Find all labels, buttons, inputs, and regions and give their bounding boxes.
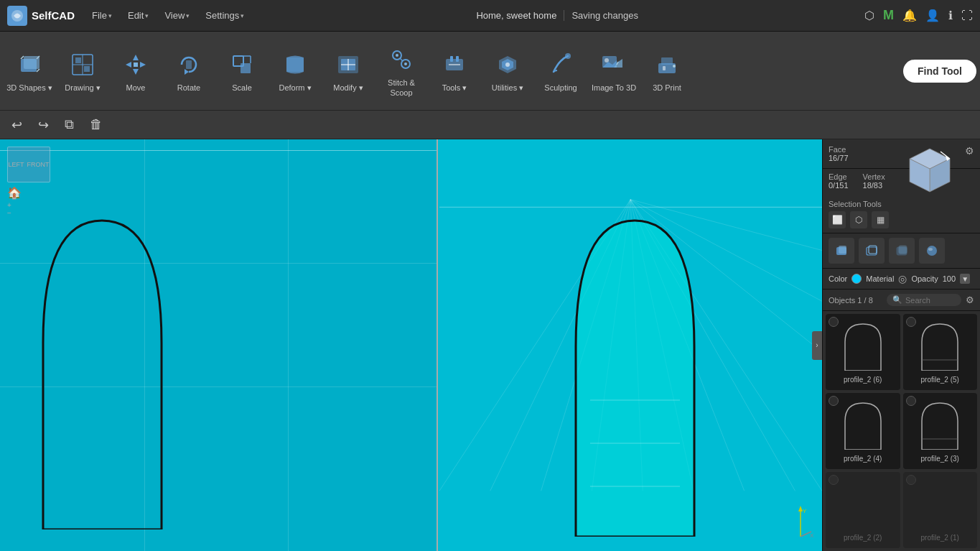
- svg-rect-84: [834, 399, 892, 450]
- color-picker[interactable]: [851, 274, 862, 284]
- menu-edit[interactable]: Edit ▾: [122, 7, 154, 24]
- vertex-value: 18/83: [863, 181, 885, 190]
- tool-move[interactable]: Move: [110, 39, 162, 103]
- object-select-6[interactable]: [906, 475, 916, 485]
- object-thumbnail-3[interactable]: profile_2 (4): [826, 393, 900, 469]
- svg-rect-74: [839, 246, 846, 254]
- shaded-mode-button[interactable]: [919, 238, 945, 264]
- object-select-1[interactable]: [829, 317, 839, 327]
- svg-rect-88: [911, 478, 969, 529]
- fullscreen-icon[interactable]: ⛶: [961, 9, 973, 22]
- select-vertex-icon[interactable]: ⬡: [850, 211, 867, 228]
- svg-point-36: [505, 62, 510, 67]
- xray-mode-button[interactable]: [889, 238, 915, 264]
- delete-button[interactable]: 🗑: [85, 114, 107, 135]
- sculpting-icon: [545, 49, 577, 80]
- svg-marker-12: [133, 69, 139, 75]
- viewport-right[interactable]: Y X: [439, 139, 822, 551]
- object-thumbnail-5[interactable]: profile_2 (2): [826, 472, 900, 548]
- share-icon[interactable]: ⬡: [864, 9, 874, 22]
- select-box-icon[interactable]: ⬜: [829, 211, 846, 228]
- tool-modify-label: Modify ▾: [333, 83, 363, 93]
- svg-rect-10: [84, 66, 90, 72]
- tool-drawing[interactable]: Drawing ▾: [57, 39, 108, 103]
- vertex-stat: Vertex 18/83: [863, 172, 885, 190]
- menu-settings[interactable]: Settings ▾: [200, 7, 250, 24]
- m-icon[interactable]: M: [883, 8, 894, 23]
- zoom-out-btn[interactable]: −: [7, 209, 22, 217]
- menu-view[interactable]: View ▾: [159, 7, 195, 24]
- object-select-3[interactable]: [829, 396, 839, 406]
- object-image-6: [908, 475, 971, 532]
- solid-mode-button[interactable]: [829, 238, 854, 264]
- view-cube[interactable]: LEFT FRONT: [7, 147, 50, 182]
- logo-text: SelfCAD: [32, 9, 75, 22]
- wireframe-mode-button[interactable]: [859, 238, 885, 264]
- object-label-2: profile_2 (5): [921, 376, 959, 384]
- object-select-5[interactable]: [829, 475, 839, 485]
- menu-file[interactable]: File ▾: [86, 7, 118, 24]
- tool-rotate[interactable]: Rotate: [163, 39, 215, 103]
- object-thumbnail-6[interactable]: profile_2 (1): [903, 472, 978, 548]
- scale-icon: [226, 49, 258, 80]
- search-box[interactable]: 🔍: [887, 294, 961, 306]
- tool-utilities[interactable]: Utilities ▾: [482, 39, 533, 103]
- duplicate-button[interactable]: ⧉: [60, 114, 78, 135]
- face-stat: Face 16/77: [829, 145, 849, 162]
- tool-3d-print[interactable]: 3D Print: [641, 39, 693, 103]
- edge-label: Edge: [829, 172, 849, 181]
- menu-settings-arrow: ▾: [241, 12, 244, 19]
- tool-deform[interactable]: Deform ▾: [269, 39, 321, 103]
- right-panel: Face 16/77 ⚙: [822, 139, 980, 551]
- drawing-icon: [67, 49, 98, 80]
- panel-collapse-button[interactable]: ›: [812, 331, 822, 360]
- search-icon: 🔍: [892, 295, 902, 305]
- tool-modify[interactable]: Modify ▾: [322, 39, 374, 103]
- object-thumbnail-4[interactable]: profile_2 (3): [903, 393, 978, 469]
- object-select-4[interactable]: [906, 396, 916, 406]
- panel-settings-icon[interactable]: ⚙: [965, 145, 974, 157]
- tool-scale[interactable]: Scale: [216, 39, 268, 103]
- svg-marker-11: [133, 55, 139, 60]
- tool-3d-shapes[interactable]: 3D Shapes ▾: [4, 39, 55, 103]
- objects-settings-icon[interactable]: ⚙: [966, 295, 974, 305]
- tool-3d-print-label: 3D Print: [653, 83, 681, 93]
- viewport[interactable]: LEFT FRONT 🏠 + −: [0, 139, 822, 551]
- selection-tools: Selection Tools ⬜ ⬡ ▦: [823, 195, 980, 233]
- select-edge-icon[interactable]: ▦: [872, 211, 889, 228]
- tool-image-to-3d[interactable]: Image To 3D: [588, 39, 640, 103]
- tool-3d-shapes-label: 3D Shapes ▾: [6, 83, 52, 93]
- object-thumbnail-1[interactable]: profile_2 (6): [826, 314, 900, 390]
- svg-rect-44: [661, 57, 673, 65]
- info-icon[interactable]: ℹ: [948, 9, 953, 22]
- object-thumbnail-2[interactable]: profile_2 (5): [903, 314, 978, 390]
- redo-button[interactable]: ↪: [34, 114, 53, 136]
- opacity-stepper[interactable]: ▼: [960, 274, 970, 284]
- undo-button[interactable]: ↩: [7, 114, 27, 136]
- svg-marker-16: [185, 69, 189, 75]
- menu-edit-arrow: ▾: [145, 12, 149, 19]
- viewport-left[interactable]: LEFT FRONT 🏠 + −: [0, 139, 438, 551]
- notification-icon[interactable]: 🔔: [902, 9, 917, 22]
- object-select-2[interactable]: [906, 317, 916, 327]
- horizon-line: [0, 150, 437, 151]
- user-icon[interactable]: 👤: [925, 9, 940, 22]
- material-icon[interactable]: ◎: [898, 273, 907, 284]
- 3d-print-icon: [651, 49, 683, 80]
- selection-icons: ⬜ ⬡ ▦: [829, 211, 974, 228]
- tool-tools[interactable]: Tools ▾: [429, 39, 480, 103]
- search-input[interactable]: [905, 296, 956, 305]
- tool-deform-label: Deform ▾: [279, 83, 311, 93]
- view-front-label: FRONT: [27, 161, 50, 168]
- home-button[interactable]: 🏠 + −: [7, 186, 22, 217]
- mesh-info: Face 16/77 ⚙: [823, 139, 980, 169]
- svg-rect-34: [456, 56, 459, 62]
- tool-sculpting[interactable]: Sculpting: [535, 39, 587, 103]
- modify-icon: [332, 49, 364, 80]
- stitch-scoop-icon: [386, 44, 417, 75]
- find-tool-button[interactable]: Find Tool: [903, 60, 976, 83]
- tool-stitch-scoop[interactable]: Stitch & Scoop: [375, 39, 427, 103]
- material-label: Material: [866, 274, 894, 283]
- tools-icon: [439, 49, 470, 80]
- zoom-in-btn[interactable]: +: [7, 201, 22, 209]
